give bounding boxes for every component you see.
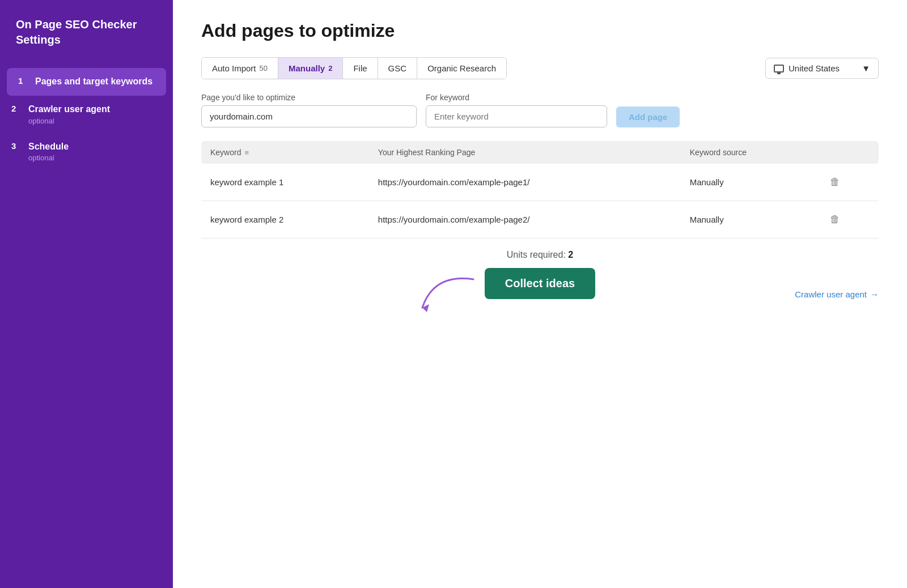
tab-auto-import[interactable]: Auto Import 50 (202, 58, 278, 79)
svg-marker-0 (422, 304, 429, 312)
tab-manually[interactable]: Manually 2 (278, 58, 343, 79)
col-actions (819, 141, 879, 164)
country-label: United States (789, 63, 840, 73)
sidebar-item-crawler[interactable]: 2 Crawler user agent optional (0, 96, 173, 133)
collect-ideas-button[interactable]: Collect ideas (485, 268, 595, 299)
keyword-col-label: Keyword (210, 148, 241, 157)
add-page-button[interactable]: Add page (616, 106, 680, 127)
chevron-down-icon: ▼ (862, 63, 870, 73)
tab-organic-research[interactable]: Organic Research (417, 58, 506, 79)
step-name-2: Crawler user agent (28, 104, 110, 116)
crawler-arrow-icon: → (870, 289, 879, 299)
step-sub-2: optional (28, 117, 110, 125)
monitor-icon (774, 65, 784, 73)
units-text: Units required: 2 (507, 250, 573, 260)
col-page: Your Highest Ranking Page (369, 141, 681, 164)
tab-manually-badge: 2 (328, 64, 332, 73)
form-row: Page you'd like to optimize For keyword … (201, 93, 879, 127)
col-keyword: Keyword ≡ (201, 141, 369, 164)
page-input[interactable] (201, 105, 417, 127)
step-number-3: 3 (11, 141, 22, 151)
col-source: Keyword source (681, 141, 819, 164)
sidebar-title: On Page SEO Checker Settings (0, 17, 173, 68)
step-number-2: 2 (11, 104, 22, 113)
center-collect: Units required: 2 Collect ideas (201, 250, 879, 299)
tab-gsc-label: GSC (388, 63, 407, 73)
step-sub-3: optional (28, 154, 69, 162)
keyword-cell-1: keyword example 2 (201, 201, 369, 238)
page-cell-1: https://yourdomain.com/example-page2/ (369, 201, 681, 238)
delete-cell-0: 🗑 (819, 164, 879, 201)
keyword-form-group: For keyword (426, 93, 607, 127)
table-row: keyword example 1 https://yourdomain.com… (201, 164, 879, 201)
source-cell-1: Manually (681, 201, 819, 238)
page-cell-0: https://yourdomain.com/example-page1/ (369, 164, 681, 201)
step-name-1: Pages and target keywords (35, 76, 152, 88)
crawler-user-agent-link[interactable]: Crawler user agent → (795, 289, 879, 299)
tab-auto-import-badge: 50 (260, 64, 268, 73)
keyword-table: Keyword ≡ Your Highest Ranking Page Keyw… (201, 141, 879, 238)
tab-auto-import-label: Auto Import (212, 63, 256, 73)
main-content: Add pages to optimize Auto Import 50 Man… (173, 0, 907, 588)
tab-file[interactable]: File (343, 58, 378, 79)
tab-gsc[interactable]: GSC (378, 58, 418, 79)
table-row: keyword example 2 https://yourdomain.com… (201, 201, 879, 238)
tab-file-label: File (353, 63, 367, 73)
page-title: Add pages to optimize (201, 20, 879, 41)
tab-organic-research-label: Organic Research (427, 63, 496, 73)
step-name-3: Schedule (28, 141, 69, 153)
delete-row-button-1[interactable]: 🗑 (828, 211, 842, 228)
keyword-cell-0: keyword example 1 (201, 164, 369, 201)
keyword-input[interactable] (426, 105, 607, 127)
filter-icon[interactable]: ≡ (244, 148, 249, 157)
tab-group: Auto Import 50 Manually 2 File GSC Organ… (201, 57, 507, 79)
keyword-label: For keyword (426, 93, 607, 102)
crawler-link-label: Crawler user agent (795, 289, 867, 299)
sidebar-item-pages[interactable]: 1 Pages and target keywords (7, 68, 166, 96)
units-label: Units required: (507, 250, 566, 259)
bottom-row: Units required: 2 Collect ideas Crawler … (201, 250, 879, 299)
delete-cell-1: 🗑 (819, 201, 879, 238)
tabs-row: Auto Import 50 Manually 2 File GSC Organ… (201, 57, 879, 79)
page-label: Page you'd like to optimize (201, 93, 417, 102)
sidebar-item-schedule[interactable]: 3 Schedule optional (0, 133, 173, 171)
sidebar: On Page SEO Checker Settings 1 Pages and… (0, 0, 173, 588)
step-number-1: 1 (18, 76, 28, 86)
page-form-group: Page you'd like to optimize (201, 93, 417, 127)
units-count: 2 (568, 250, 573, 259)
arrow-annotation (417, 274, 479, 319)
delete-row-button-0[interactable]: 🗑 (828, 174, 842, 190)
tab-manually-label: Manually (289, 63, 325, 73)
country-selector[interactable]: United States ▼ (765, 58, 879, 79)
source-cell-0: Manually (681, 164, 819, 201)
